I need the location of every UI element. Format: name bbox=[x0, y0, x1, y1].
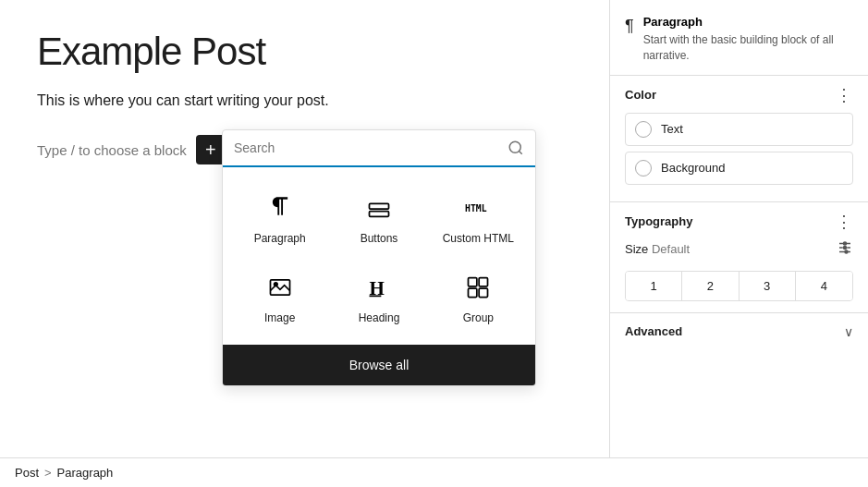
block-label-group: Group bbox=[463, 311, 494, 324]
paragraph-block-icon bbox=[263, 191, 297, 225]
html-block-icon: HTML bbox=[461, 191, 495, 225]
sidebar-paragraph-icon: ¶ bbox=[625, 17, 634, 36]
color-label-background: Background bbox=[661, 161, 725, 175]
inserter-placeholder-text: Type / to choose a block bbox=[37, 142, 187, 158]
size-row: Size Default bbox=[625, 239, 853, 260]
size-btn-3[interactable]: 3 bbox=[740, 272, 796, 300]
group-block-icon bbox=[461, 271, 495, 304]
block-label-buttons: Buttons bbox=[361, 232, 398, 245]
block-label-custom-html: Custom HTML bbox=[443, 232, 514, 245]
svg-point-21 bbox=[845, 250, 848, 253]
color-option-text[interactable]: Text bbox=[625, 113, 853, 146]
advanced-title: Advanced bbox=[625, 324, 682, 338]
chevron-down-icon: ∨ bbox=[844, 324, 853, 339]
svg-rect-3 bbox=[369, 212, 388, 217]
sidebar-paragraph-title: Paragraph bbox=[643, 15, 853, 29]
editor-area: Example Post This is where you can start… bbox=[0, 0, 609, 457]
add-block-button[interactable]: + bbox=[196, 135, 226, 164]
block-label-image: Image bbox=[264, 311, 295, 324]
block-label-heading: Heading bbox=[359, 311, 400, 324]
block-item-group[interactable]: Group bbox=[433, 262, 524, 334]
color-section-title: Color bbox=[625, 88, 656, 102]
buttons-block-icon bbox=[362, 191, 396, 225]
size-btn-4[interactable]: 4 bbox=[796, 272, 852, 300]
svg-point-19 bbox=[844, 242, 847, 245]
advanced-header[interactable]: Advanced ∨ bbox=[625, 324, 853, 339]
block-item-paragraph[interactable]: Paragraph bbox=[234, 182, 325, 254]
sidebar-paragraph-desc: Start with the basic building block of a… bbox=[643, 32, 853, 64]
svg-rect-10 bbox=[469, 288, 477, 297]
svg-rect-11 bbox=[479, 278, 487, 286]
typography-more-icon[interactable]: ⋮ bbox=[836, 213, 853, 230]
svg-point-6 bbox=[274, 283, 277, 286]
main-layout: Example Post This is where you can start… bbox=[0, 0, 868, 457]
sidebar: ¶ Paragraph Start with the basic buildin… bbox=[609, 0, 868, 457]
color-section-header: Color ⋮ bbox=[625, 87, 853, 103]
svg-point-0 bbox=[509, 141, 520, 152]
block-picker-popup: Paragraph Buttons HT bbox=[222, 129, 536, 386]
block-item-buttons[interactable]: Buttons bbox=[333, 182, 424, 254]
browse-all-button[interactable]: Browse all bbox=[223, 345, 535, 385]
svg-rect-12 bbox=[479, 288, 487, 297]
color-option-background[interactable]: Background bbox=[625, 152, 853, 185]
size-buttons: 1 2 3 4 bbox=[625, 271, 853, 301]
breadcrumb: Post > Paragraph bbox=[0, 457, 868, 487]
size-btn-2[interactable]: 2 bbox=[682, 272, 739, 300]
sidebar-paragraph-header: ¶ Paragraph Start with the basic buildin… bbox=[610, 0, 868, 76]
breadcrumb-paragraph: Paragraph bbox=[57, 466, 114, 480]
block-item-heading[interactable]: H Heading bbox=[333, 262, 424, 334]
paragraph-info: Paragraph Start with the basic building … bbox=[643, 15, 853, 64]
color-radio-background bbox=[635, 160, 652, 177]
breadcrumb-post[interactable]: Post bbox=[15, 466, 39, 480]
size-default-text: Default bbox=[652, 242, 690, 256]
search-icon bbox=[507, 140, 524, 156]
typography-section-title: Typography bbox=[625, 214, 692, 228]
color-section: Color ⋮ Text Background bbox=[610, 76, 868, 202]
block-search-input[interactable] bbox=[234, 140, 507, 155]
svg-line-1 bbox=[519, 151, 521, 153]
block-item-custom-html[interactable]: HTML Custom HTML bbox=[433, 182, 524, 254]
block-item-image[interactable]: Image bbox=[234, 262, 325, 334]
block-label-paragraph: Paragraph bbox=[254, 232, 306, 245]
svg-rect-2 bbox=[369, 203, 388, 209]
post-title: Example Post bbox=[37, 30, 572, 74]
svg-rect-9 bbox=[469, 278, 477, 286]
advanced-section: Advanced ∨ bbox=[610, 313, 868, 350]
color-label-text: Text bbox=[661, 122, 683, 136]
block-grid: Paragraph Buttons HT bbox=[223, 167, 535, 345]
post-subtitle: This is where you can start writing your… bbox=[37, 92, 572, 109]
size-controls-icon[interactable] bbox=[837, 239, 853, 260]
heading-block-icon: H bbox=[362, 271, 396, 304]
svg-point-20 bbox=[844, 246, 847, 249]
color-radio-text bbox=[635, 121, 652, 138]
breadcrumb-separator: > bbox=[44, 466, 52, 480]
block-search-container bbox=[223, 130, 535, 167]
size-btn-1[interactable]: 1 bbox=[626, 272, 682, 300]
typography-section-header: Typography ⋮ bbox=[625, 213, 853, 230]
image-block-icon bbox=[263, 271, 297, 304]
typography-section: Typography ⋮ Size Default bbox=[610, 202, 868, 313]
size-label: Size Default bbox=[625, 242, 690, 256]
color-more-icon[interactable]: ⋮ bbox=[836, 87, 853, 103]
svg-text:HTML: HTML bbox=[465, 203, 487, 213]
